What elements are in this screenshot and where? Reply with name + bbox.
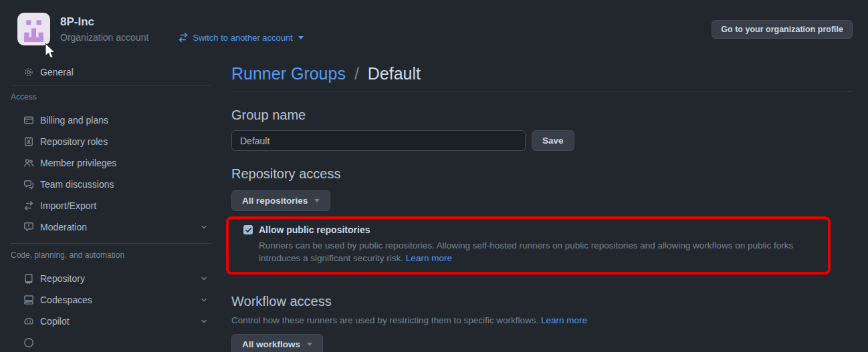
sidebar-item-codespaces[interactable]: Codespaces: [0, 289, 222, 311]
sidebar-item-moderation[interactable]: Moderation: [0, 216, 222, 238]
chevron-down-icon: [199, 274, 209, 283]
dropdown-caret-icon: [314, 199, 320, 202]
credit-card-icon: [23, 115, 34, 126]
sidebar-item-label: Moderation: [40, 222, 87, 232]
allow-public-row: Allow public repositories: [243, 224, 828, 235]
heading-divider: [231, 92, 852, 92]
workflow-access-dropdown[interactable]: All workflows: [231, 334, 323, 352]
sidebar-item-copilot[interactable]: Copilot: [0, 311, 222, 332]
sidebar-divider: [11, 243, 211, 244]
codespaces-icon: [23, 295, 34, 305]
sidebar-item-repository[interactable]: Repository: [0, 268, 222, 289]
sidebar-item-label: General: [40, 67, 74, 77]
id-badge-icon: [23, 136, 34, 147]
people-icon: [23, 158, 34, 168]
dropdown-label: All workflows: [242, 339, 300, 349]
sidebar-item-label: Codespaces: [40, 295, 92, 305]
sidebar-item-label: Team discussions: [40, 179, 114, 190]
go-to-profile-button[interactable]: Go to your organization profile: [712, 20, 853, 39]
sidebar-item-general[interactable]: General: [0, 61, 222, 83]
group-name-heading: Group name: [231, 108, 852, 123]
group-name-input[interactable]: [231, 130, 526, 151]
account-type-label: Organization account: [60, 32, 148, 43]
learn-more-link[interactable]: Learn more: [541, 315, 587, 325]
chevron-down-icon: [199, 295, 209, 305]
sidebar-item-repository-roles[interactable]: Repository roles: [0, 131, 222, 152]
chevron-down-icon: [199, 317, 209, 326]
identicon: [17, 13, 50, 45]
check-icon: [245, 226, 252, 234]
arrow-switch-icon: [178, 32, 189, 43]
sidebar-item-member-privileges[interactable]: Member privileges: [0, 152, 222, 174]
org-settings-page: 8P-Inc Organization account Switch to an…: [0, 0, 868, 352]
breadcrumb: Runner Groups / Default: [231, 64, 852, 83]
switch-account-label: Switch to another account: [193, 33, 293, 43]
sidebar-item-team-discussions[interactable]: Team discussions: [0, 174, 222, 195]
play-circle-icon: [23, 337, 34, 348]
dropdown-caret-icon: [307, 343, 312, 346]
main-content: Runner Groups / Default Group name Save …: [231, 56, 852, 352]
breadcrumb-runner-groups-link[interactable]: Runner Groups: [231, 64, 346, 83]
sidebar-item-label: Repository: [40, 273, 85, 284]
allow-public-description: Runners can be used by public repositori…: [259, 239, 823, 265]
sidebar-section-label-access: Access: [11, 92, 222, 102]
dropdown-caret-icon: [298, 36, 304, 39]
dropdown-label: All repositories: [242, 196, 308, 206]
sidebar-item-label: Copilot: [40, 316, 70, 327]
sidebar-item-label: Import/Export: [40, 200, 96, 211]
repository-access-heading: Repository access: [231, 166, 852, 182]
arrow-switch-icon: [23, 200, 34, 211]
workflow-access-heading: Workflow access: [231, 294, 852, 309]
gear-icon: [23, 67, 34, 77]
mouse-cursor: [44, 43, 56, 63]
repo-icon: [23, 273, 34, 284]
sidebar-item-label: Repository roles: [40, 136, 108, 147]
sidebar-item-billing-and-plans[interactable]: Billing and plans: [0, 110, 222, 131]
header-subtitle-row: Organization account Switch to another a…: [60, 32, 304, 43]
sidebar-item-partial[interactable]: [0, 332, 222, 352]
sidebar-divider: [11, 85, 211, 85]
workflow-access-description: Control how these runners are used by re…: [231, 315, 852, 325]
breadcrumb-separator: /: [354, 64, 359, 83]
org-avatar[interactable]: [17, 13, 50, 45]
settings-sidebar: General Access Billing and plans Reposit…: [0, 56, 222, 352]
org-name: 8P-Inc: [60, 15, 94, 29]
sidebar-item-label: Member privileges: [40, 158, 116, 168]
switch-account-link[interactable]: Switch to another account: [178, 32, 304, 43]
save-button[interactable]: Save: [532, 130, 574, 151]
allow-public-highlight-box: Allow public repositories Runners can be…: [226, 216, 831, 275]
report-icon: [23, 222, 34, 232]
chevron-down-icon: [199, 222, 209, 232]
allow-public-checkbox[interactable]: [243, 225, 253, 234]
group-name-row: Save: [231, 130, 852, 151]
copilot-icon: [23, 316, 34, 327]
learn-more-link[interactable]: Learn more: [406, 253, 452, 263]
sidebar-item-label: Billing and plans: [40, 115, 108, 126]
sidebar-section-label-code: Code, planning, and automation: [11, 250, 222, 260]
sidebar-item-import-export[interactable]: Import/Export: [0, 195, 222, 216]
allow-public-label: Allow public repositories: [259, 224, 370, 235]
breadcrumb-current: Default: [368, 64, 421, 83]
repository-access-dropdown[interactable]: All repositories: [231, 190, 330, 211]
comment-discussion-icon: [23, 179, 34, 190]
